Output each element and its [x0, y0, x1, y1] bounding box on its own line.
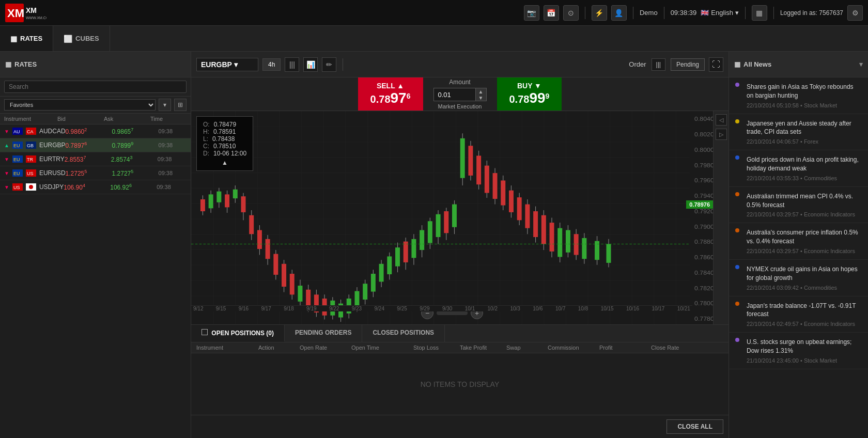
rate-row-eurusd[interactable]: ▼ EU US EURUSD 1.27255 1.27275 09:38	[0, 166, 191, 180]
separator3	[664, 7, 664, 19]
topbar-left: XM XM WWW.XM.COM	[5, 4, 47, 22]
language-selector[interactable]: 🇬🇧 English ▾	[701, 9, 739, 17]
news-header: ▦ All News ▾	[729, 52, 868, 77]
side-icon-2[interactable]: ▷	[716, 129, 727, 140]
news-item-5[interactable]: Australia's consumer price inflation 0.5…	[729, 223, 868, 260]
chart-scroll-bar[interactable]	[437, 311, 468, 315]
ohlc-open: 0.78479	[214, 121, 236, 128]
svg-rect-127	[550, 223, 554, 252]
circle-icon[interactable]: ⊙	[563, 5, 579, 21]
pair-label: EURGBP	[201, 60, 232, 69]
news-item-6[interactable]: NYMEX crude oil gains in Asia on hopes f…	[729, 260, 868, 296]
separator	[585, 7, 585, 19]
ohlc-date: 10-06 12:00	[213, 150, 246, 157]
bid-price: 2.85537	[65, 155, 111, 163]
camera-icon[interactable]: 📷	[524, 5, 539, 21]
news-title-4: Australian trimmed mean CPI 0.4% vs. 0.5…	[747, 192, 862, 210]
news-item-8[interactable]: U.S. stocks surge on upbeat earnings; Do…	[729, 333, 868, 369]
rates-header: ▦ RATES	[0, 52, 191, 77]
grid-icon[interactable]: ▦	[752, 5, 767, 21]
topbar: XM XM WWW.XM.COM 📷 📅 ⊙ ⚡ 👤 Demo 09:38:39…	[0, 0, 868, 26]
amount-down[interactable]: ▼	[476, 95, 486, 101]
tab-pending-orders[interactable]: PENDING ORDERS	[285, 325, 362, 342]
chart-candle-icon[interactable]: 📊	[303, 57, 318, 72]
rates-icon: ▦	[10, 35, 17, 43]
rate-time: 09:38	[157, 184, 191, 190]
order-type-btn[interactable]: |||	[652, 58, 665, 71]
svg-rect-131	[566, 230, 570, 253]
news-title-8: U.S. stocks surge on upbeat earnings; Do…	[747, 338, 862, 355]
calendar-icon[interactable]: 📅	[544, 5, 559, 21]
svg-text:AU: AU	[13, 129, 20, 134]
news-meta-1: 22/10/2014 05:10:58 • Stock Market	[747, 102, 862, 108]
news-item-2[interactable]: Japanese yen and Aussie steady after tra…	[729, 114, 868, 151]
news-dot-8	[735, 338, 739, 342]
svg-text:0.80400: 0.80400	[694, 116, 713, 122]
rate-row-usdjpy[interactable]: ▼ US USDJPY 106.904 106.926 09:38	[0, 180, 191, 194]
x-axis: 9/12 9/15 9/16 9/17 9/18 9/19 9/22 9/23 …	[191, 305, 692, 311]
tab-cubes[interactable]: ⬜ CUBES	[53, 26, 110, 51]
svg-rect-97	[428, 221, 432, 243]
svg-text:0.80000: 0.80000	[694, 147, 713, 153]
left-panel: ▦ RATES Favorites ▾ ⊞ Instrument Bid Ask…	[0, 52, 191, 438]
svg-rect-107	[468, 146, 473, 176]
order-section: Order ||| Pending	[629, 58, 705, 71]
col-ask: Ask	[104, 116, 150, 122]
tab-open-positions[interactable]: OPEN POSITIONS (0)	[191, 325, 285, 342]
svg-rect-83	[371, 274, 376, 292]
tab-closed-positions[interactable]: CLOSED POSITIONS	[362, 325, 445, 342]
search-input[interactable]	[4, 81, 187, 93]
amount-up[interactable]: ▲	[476, 88, 486, 95]
close-all-button[interactable]: CLOSE ALL	[667, 419, 723, 434]
positions-body: NO ITEMS TO DISPLAY	[191, 353, 729, 415]
separator2	[633, 7, 633, 19]
timeframe-4h[interactable]: 4h	[262, 58, 281, 71]
buy-button[interactable]: BUY ▼ 0.78999	[497, 77, 562, 111]
svg-rect-63	[290, 274, 295, 294]
svg-text:0.79600: 0.79600	[694, 178, 713, 183]
lang-dropdown-icon: ▾	[735, 9, 739, 17]
news-item-3[interactable]: Gold prices down in Asia on profit takin…	[729, 150, 868, 187]
fullscreen-btn[interactable]: ⛶	[709, 57, 723, 72]
svg-text:0.78800: 0.78800	[694, 239, 713, 245]
settings-icon[interactable]: ⚙	[847, 5, 863, 21]
svg-rect-85	[379, 264, 384, 282]
bottom-panel: OPEN POSITIONS (0) PENDING ORDERS CLOSED…	[191, 324, 729, 438]
rate-row-eurtry[interactable]: ▼ EU TR EURTRY 2.85537 2.85743 09:38	[0, 152, 191, 166]
rate-row-eurgbp[interactable]: ▲ EU GB EURGBP 0.78976 0.78999 09:38	[0, 138, 191, 152]
col-action: Action	[258, 345, 300, 351]
demo-label: Demo	[640, 9, 658, 17]
tab-rates[interactable]: ▦ RATES	[0, 26, 53, 51]
news-item-1[interactable]: Shares gain in Asia as Tokyo rebounds on…	[729, 77, 868, 114]
rate-row-audcad[interactable]: ▼ AU CA AUDCAD 0.98602 0.98657 09:38	[0, 124, 191, 138]
svg-rect-59	[273, 254, 278, 275]
news-dot-7	[735, 302, 739, 306]
news-collapse-btn[interactable]: ▾	[859, 60, 863, 68]
svg-point-23	[29, 185, 33, 189]
news-item-4[interactable]: Australian trimmed mean CPI 0.4% vs. 0.5…	[729, 187, 868, 224]
col-profit: Profit	[599, 345, 651, 351]
sell-button[interactable]: SELL ▲ 0.78976	[358, 77, 423, 111]
col-swap: Swap	[506, 345, 548, 351]
svg-text:0.79400: 0.79400	[694, 193, 713, 199]
col-close-rate: Close Rate	[651, 345, 708, 351]
filter-settings-btn[interactable]: ⊞	[174, 99, 187, 111]
side-icon-1[interactable]: ◁	[716, 114, 727, 126]
svg-rect-133	[574, 234, 579, 255]
col-instrument: Instrument	[4, 116, 57, 122]
filter-dropdown-btn[interactable]: ▾	[159, 99, 171, 111]
person-icon[interactable]: 👤	[611, 5, 627, 21]
pair-selector[interactable]: EURGBP ▾	[196, 58, 258, 71]
svg-text:0.78000: 0.78000	[694, 301, 713, 306]
logo: XM XM WWW.XM.COM	[5, 4, 47, 22]
news-item-7[interactable]: Japan's trade balance -1.07T vs. -0.91T …	[729, 296, 868, 333]
exec-label: Market Execution	[438, 103, 482, 110]
news-meta-4: 22/10/2014 03:29:57 • Economic Indicator…	[747, 211, 862, 217]
chart-draw-icon[interactable]: ✏	[322, 57, 336, 72]
favorites-select[interactable]: Favorites	[4, 99, 156, 111]
lightning-icon[interactable]: ⚡	[592, 5, 607, 21]
trade-bar: SELL ▲ 0.78976 Amount ▲ ▼ Market Executi…	[191, 77, 729, 111]
amount-input[interactable]	[434, 89, 475, 101]
chart-bars-icon[interactable]: |||	[285, 57, 299, 72]
ohlc-close: 0.78510	[213, 143, 236, 150]
